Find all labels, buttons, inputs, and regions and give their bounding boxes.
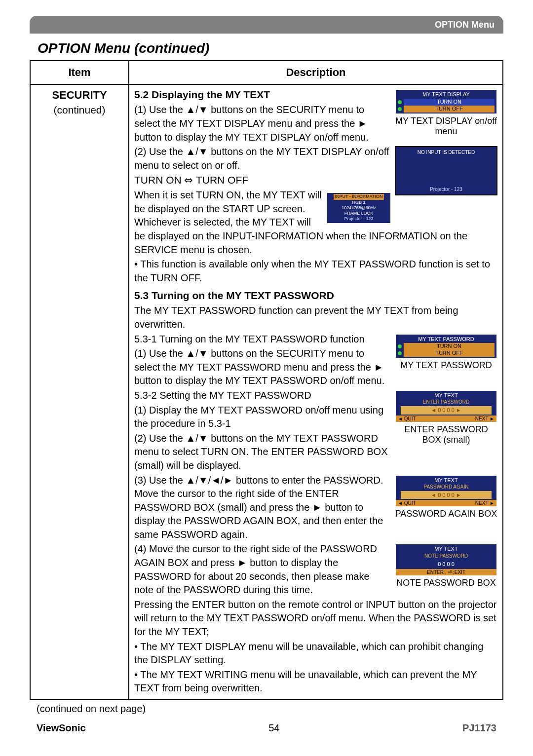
- osd-turn-on: TURN ON: [404, 343, 495, 350]
- osd-enter-pw-panel: MY TEXT ENTER PASSWORD ◄ 0 0 0 0 ► ◄ QUI…: [395, 390, 497, 446]
- osd-caption: MY TEXT DISPLAY on/off menu: [395, 116, 497, 137]
- osd-turn-on: TURN ON: [404, 99, 495, 106]
- page-subtitle: OPTION Menu (continued): [38, 40, 503, 56]
- osd-mytext-display-panel: MY TEXT DISPLAY TURN ON TURN OFF MY TEXT…: [395, 89, 497, 137]
- col-header-item: Item: [30, 61, 129, 84]
- bullet-icon: [398, 100, 402, 104]
- osd-mytext-display: MY TEXT DISPLAY TURN ON TURN OFF: [395, 89, 497, 114]
- pw-next: NEXT ►: [475, 500, 495, 506]
- osd-enter-password: MY TEXT ENTER PASSWORD ◄ 0 0 0 0 ► ◄ QUI…: [395, 390, 497, 423]
- osd-info-l4: Projector - 123: [344, 216, 373, 222]
- pw-sub: ENTER PASSWORD: [396, 399, 496, 405]
- pw-quit: ◄ QUIT: [398, 500, 416, 506]
- s53-bullet3: • The MY TEXT WRITING menu will be unava…: [134, 668, 497, 695]
- osd-input-info: INPUT - INFORMATION RGB 1 1024x768@60Hz …: [327, 192, 391, 223]
- footer-model: PJ1173: [462, 722, 496, 734]
- item-sub-continued: (continued): [36, 103, 123, 117]
- pw-digits: ◄ 0 0 0 0 ►: [401, 406, 492, 414]
- osd-turn-off: TURN OFF: [404, 106, 495, 113]
- pw-sub: PASSWORD AGAIN: [396, 484, 496, 490]
- footer-page-number: 54: [268, 722, 279, 734]
- osd-noinput: NO INPUT IS DETECTED Projector - 123: [395, 146, 497, 195]
- osd-info-hdr: INPUT - INFORMATION: [334, 194, 383, 199]
- osd-caption: ENTER PASSWORD BOX (small): [395, 424, 497, 446]
- bullet-icon: [398, 344, 402, 348]
- osd-noinput-line1: NO INPUT IS DETECTED: [418, 149, 475, 155]
- section-header-label: OPTION Menu: [435, 20, 495, 30]
- s52-bullet1: • This function is available only when t…: [134, 258, 497, 285]
- pw-title: MY TEXT: [396, 392, 496, 399]
- osd-mytext-password: MY TEXT PASSWORD TURN ON TURN OFF: [395, 334, 497, 359]
- option-table: Item Description SECURITY (continued) MY…: [30, 60, 503, 700]
- osd-title: MY TEXT PASSWORD: [396, 336, 496, 343]
- col-header-desc: Description: [129, 61, 503, 84]
- osd-noinput-panel: NO INPUT IS DETECTED Projector - 123: [395, 146, 497, 195]
- osd-mytext-pw-panel: MY TEXT PASSWORD TURN ON TURN OFF MY TEX…: [395, 334, 497, 371]
- s53-para2: Pressing the ENTER button on the remote …: [134, 598, 497, 639]
- osd-caption: PASSWORD AGAIN BOX: [395, 509, 497, 520]
- h-5-3: 5.3 Turning on the MY TEXT PASSWORD: [134, 289, 497, 303]
- s53-bullet2: • The MY TEXT DISPLAY menu will be unava…: [134, 640, 497, 667]
- pw-digits: ◄ 0 0 0 0 ►: [401, 491, 492, 499]
- pw-title: MY TEXT: [396, 477, 496, 484]
- item-name-security: SECURITY: [36, 88, 123, 103]
- item-cell: SECURITY (continued): [30, 84, 129, 700]
- pw-digits: 0 0 0 0: [401, 560, 492, 568]
- osd-turn-off: TURN OFF: [404, 350, 495, 357]
- osd-caption: MY TEXT PASSWORD: [395, 360, 497, 371]
- osd-password-again: MY TEXT PASSWORD AGAIN ◄ 0 0 0 0 ► ◄ QUI…: [395, 475, 497, 508]
- osd-pw-again-panel: MY TEXT PASSWORD AGAIN ◄ 0 0 0 0 ► ◄ QUI…: [395, 475, 497, 520]
- table-header-row: Item Description: [30, 61, 503, 84]
- osd-note-pw-panel: MY TEXT NOTE PASSWORD 0 0 0 0 ENTER , ⏎ …: [395, 543, 497, 588]
- continued-note: (continued on next page): [37, 703, 503, 715]
- section-header-bar: OPTION Menu: [30, 16, 503, 34]
- pw-quit: ◄ QUIT: [398, 416, 416, 422]
- footer: ViewSonic 54 PJ1173: [30, 722, 503, 734]
- osd-caption: NOTE PASSWORD BOX: [395, 578, 497, 589]
- bullet-icon: [398, 351, 402, 355]
- osd-info-l3: FRAME LOCK: [344, 211, 374, 216]
- osd-info-l1: RGB 1: [352, 200, 365, 205]
- desc-cell: MY TEXT DISPLAY TURN ON TURN OFF MY TEXT…: [129, 84, 503, 700]
- pw-next: NEXT ►: [475, 416, 495, 422]
- pw-title: MY TEXT: [396, 545, 496, 552]
- pw-bottom: ENTER , ⏎ ;EXIT: [427, 569, 465, 575]
- pw-sub: NOTE PASSWORD: [396, 553, 496, 559]
- osd-note-password: MY TEXT NOTE PASSWORD 0 0 0 0 ENTER , ⏎ …: [395, 543, 497, 576]
- footer-brand: ViewSonic: [37, 722, 86, 734]
- osd-input-info-panel: INPUT - INFORMATION RGB 1 1024x768@60Hz …: [327, 192, 391, 223]
- table-row: SECURITY (continued) MY TEXT DISPLAY TUR…: [30, 84, 503, 700]
- osd-info-l2: 1024x768@60Hz: [342, 205, 376, 211]
- s53-lead: The MY TEXT PASSWORD function can preven…: [134, 304, 497, 331]
- bullet-icon: [398, 107, 402, 111]
- osd-title: MY TEXT DISPLAY: [396, 91, 496, 99]
- s52-para1: When it is set TURN ON, the MY TEXT will…: [134, 189, 497, 257]
- osd-noinput-line2: Projector - 123: [430, 186, 462, 192]
